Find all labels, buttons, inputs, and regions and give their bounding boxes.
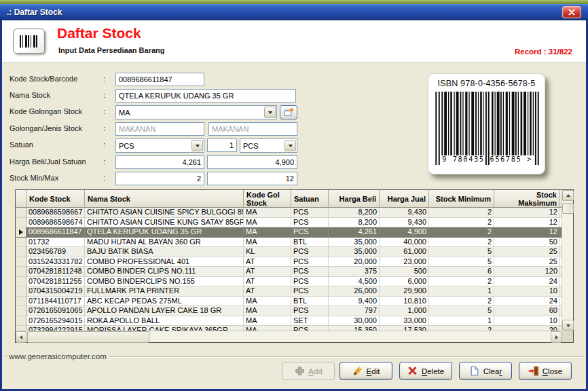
column-header[interactable]: Stock Maksimum	[494, 190, 560, 208]
table-cell: 20	[494, 326, 560, 331]
combo-dropdown-button[interactable]	[191, 140, 203, 151]
table-cell: 0704281811248	[26, 267, 85, 277]
table-row[interactable]: 0726165294015ROKA APOLLO BALLMASET30,000…	[16, 316, 562, 327]
kode-stock-input[interactable]	[115, 73, 204, 86]
column-header[interactable]: Harga Jual	[380, 190, 429, 208]
table-cell: 30,000	[329, 316, 380, 327]
table-row[interactable]: 0732994222915MORISSA LAYER CAKE SRIKAYA …	[16, 326, 562, 331]
table-cell: 5	[429, 306, 494, 316]
selected-row-arrow-icon	[19, 229, 23, 235]
table-cell: PCS	[291, 227, 329, 238]
colon: :	[103, 157, 105, 166]
vertical-scrollbar-thumb[interactable]	[562, 203, 574, 214]
harga-beli-input[interactable]	[115, 155, 204, 169]
nama-stock-input[interactable]	[115, 89, 296, 103]
table-row[interactable]: 0711844110717ABC KECAP PEDAS 275MLMABTL9…	[16, 297, 562, 307]
vertical-scrollbar[interactable]	[562, 190, 573, 331]
table-row[interactable]: 0726165091065APOLLO PANDAN LAYER CAKE 18…	[16, 306, 562, 316]
table-cell: 0089686598674	[26, 218, 85, 228]
table-cell: 5	[429, 257, 494, 267]
page-title: Daftar Stock	[57, 25, 141, 41]
satuan-besar-value: PCS	[116, 142, 191, 150]
table-cell: 2	[429, 227, 494, 238]
combo-dropdown-button[interactable]	[264, 107, 276, 118]
colon: :	[103, 91, 105, 99]
scroll-right-button[interactable]	[551, 331, 562, 343]
row-selector-cell	[16, 277, 26, 287]
table-cell: MA	[244, 306, 291, 316]
delete-button[interactable]: Delete	[399, 362, 452, 380]
scroll-down-button[interactable]	[562, 320, 574, 331]
row-selector-cell	[16, 297, 26, 307]
table-cell: 500	[380, 267, 429, 277]
column-header[interactable]: Kode Stock	[26, 190, 85, 208]
clear-button[interactable]: Clear	[459, 362, 512, 380]
header-band: Daftar Stock Input Data Persediaan Baran…	[2, 20, 586, 62]
stock-max-input[interactable]	[207, 172, 297, 185]
table-row[interactable]: 0089686611847QTELA KERUPUK UDANG 35 GRMA…	[16, 227, 562, 238]
colon: :	[103, 174, 105, 182]
row-selector-cell	[16, 267, 26, 277]
table-row[interactable]: 0089686598674CHITATO ASIAN CUISINE KUNG …	[16, 218, 562, 228]
table-cell: 023456789	[26, 247, 85, 257]
kode-golongan-combobox[interactable]: MA	[115, 105, 277, 119]
row-selector-cell	[16, 316, 26, 327]
table-cell: 5	[429, 247, 494, 257]
window-close-button[interactable]	[562, 6, 581, 18]
table-cell: 10,810	[380, 297, 429, 307]
table-row[interactable]: 0089686598667CHITATO ASIAN CUISINE SPICY…	[16, 208, 562, 218]
table-cell: MA	[244, 326, 291, 331]
table-cell: 24	[494, 277, 560, 287]
table-cell: 1	[429, 316, 494, 327]
scroll-up-button[interactable]	[562, 190, 574, 201]
satuan-besar-combobox[interactable]: PCS	[115, 138, 204, 153]
table-cell: 6,000	[380, 277, 429, 287]
table-row[interactable]: 01732MADU HUTAN AL BAYAN 360 GRMABTL35,0…	[16, 238, 562, 248]
column-header[interactable]: Nama Stock	[85, 190, 244, 208]
table-cell: 23,000	[380, 257, 429, 267]
horizontal-scrollbar[interactable]	[16, 331, 562, 342]
add-button[interactable]: Add	[282, 362, 335, 380]
stock-min-input[interactable]	[115, 172, 204, 185]
table-cell: COMBO BINDERCLIPS NO.155	[85, 277, 244, 287]
table-cell: 0089686598667	[26, 208, 85, 218]
table-cell: AT	[244, 267, 291, 277]
harga-jual-input[interactable]	[207, 155, 297, 169]
column-header[interactable]: Kode Gol Stock	[244, 190, 291, 208]
table-cell: 33,000	[380, 316, 429, 327]
table-cell: 15,350	[329, 326, 380, 331]
table-cell: PCS	[291, 306, 329, 316]
table-cell: 01732	[26, 238, 85, 248]
combo-dropdown-button[interactable]	[284, 140, 296, 151]
close-button[interactable]: Close	[519, 362, 572, 380]
table-cell: 12	[494, 218, 560, 228]
table-row[interactable]: 0704315004219FULLMARK PITA PRINTERATPCS2…	[16, 286, 562, 297]
app-window: .: Daftar Stock Daftar Stock Input Data …	[0, 0, 588, 391]
column-header[interactable]: Satuan	[291, 190, 329, 208]
table-row[interactable]: 0704281811255COMBO BINDERCLIPS NO.155ATP…	[16, 277, 562, 287]
table-row[interactable]: 0315243331782COMBO PROFESSIONAL 401ATPCS…	[16, 257, 562, 267]
title-bar[interactable]: .: Daftar Stock	[0, 4, 588, 20]
column-header[interactable]: Harga Beli	[329, 190, 380, 208]
satuan-kecil-combobox[interactable]: PCS	[240, 138, 297, 153]
row-selector-cell	[16, 208, 26, 218]
row-selector-cell	[16, 238, 26, 248]
scroll-left-button[interactable]	[16, 331, 26, 343]
column-header[interactable]: Stock Minimum	[429, 190, 494, 208]
close-icon	[568, 9, 575, 16]
record-counter: Record : 31/822	[515, 48, 572, 56]
konversi-satuan-input[interactable]	[207, 138, 237, 152]
table-row[interactable]: 0704281811248COMBO BINDER CLIPS NO.111AT…	[16, 267, 562, 277]
horizontal-scrollbar-thumb[interactable]	[27, 331, 149, 343]
add-golongan-button[interactable]	[280, 105, 297, 119]
arrow-down-icon	[566, 324, 570, 329]
table-cell: 8,200	[329, 218, 380, 228]
golongan-jenis-field-1	[115, 122, 204, 136]
edit-button[interactable]: Edit	[339, 362, 392, 380]
table-cell: CHITATO ASIAN CUISINE SPICY BULGOGI 85GR	[85, 208, 244, 218]
exit-door-icon	[528, 366, 539, 377]
table-cell: 4,500	[329, 277, 380, 287]
table-row[interactable]: 023456789BAJU BATIK BIASAKLPCS35,00061,0…	[16, 247, 562, 257]
website-label: www.generasicomputer.com	[7, 352, 109, 360]
satuan-label: Satuan	[10, 141, 33, 149]
